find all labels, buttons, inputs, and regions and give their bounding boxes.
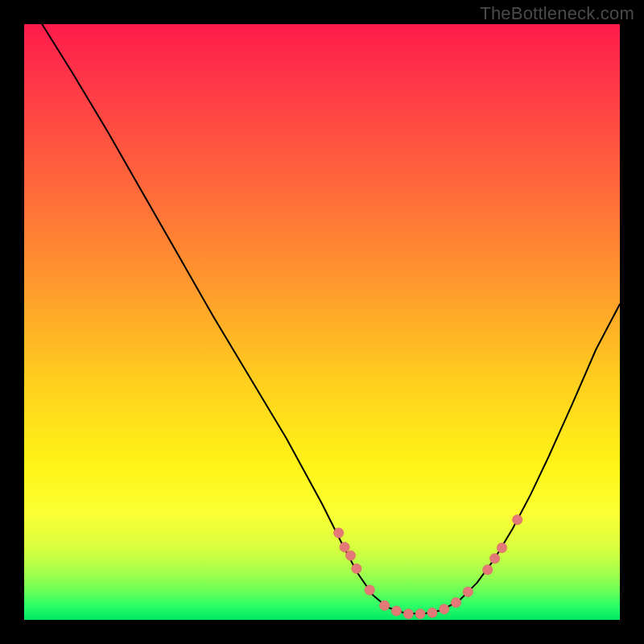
data-point (340, 543, 349, 552)
data-point (352, 564, 361, 573)
chart-svg (24, 24, 620, 620)
data-point (391, 606, 401, 616)
watermark-text: TheBottleneck.com (480, 3, 634, 24)
data-point (451, 597, 460, 607)
data-point (345, 551, 355, 560)
data-point (440, 605, 449, 614)
data-point (365, 585, 374, 595)
chart-frame: TheBottleneck.com (0, 0, 644, 644)
data-point (334, 528, 344, 538)
data-point (489, 554, 499, 564)
data-point (380, 601, 390, 610)
data-point (415, 609, 425, 618)
data-points-group (334, 515, 522, 619)
bottleneck-curve (42, 24, 620, 614)
data-point (403, 609, 413, 618)
data-point (463, 587, 473, 597)
data-point (427, 608, 437, 617)
data-point (483, 565, 493, 575)
data-point (513, 515, 522, 525)
plot-area (24, 24, 620, 620)
data-point (497, 543, 506, 552)
